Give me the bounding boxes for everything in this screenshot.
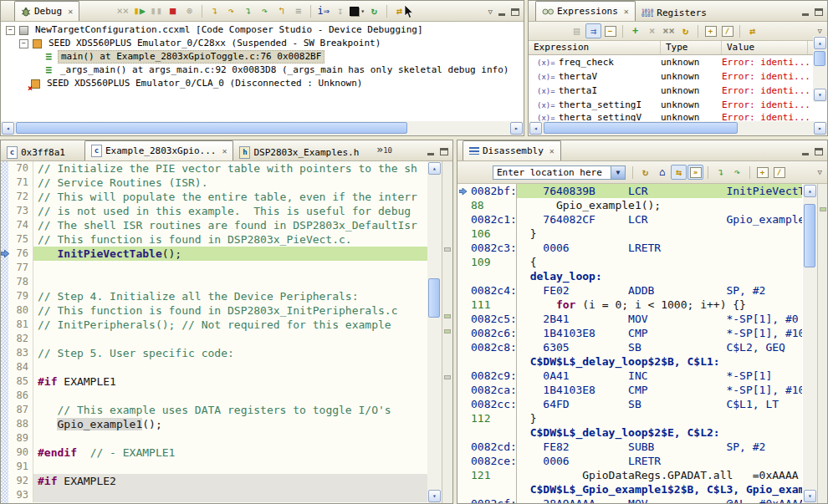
maximize-icon[interactable] bbox=[815, 8, 823, 16]
refresh-all-icon[interactable]: ⇄ bbox=[744, 23, 760, 38]
remove-expression-icon[interactable]: × bbox=[644, 23, 660, 38]
editor-line[interactable]: 71// Service Routines (ISR). bbox=[8, 176, 427, 190]
editor-line[interactable]: 92#if EXAMPLE2 bbox=[8, 474, 427, 488]
tab-editor-0x3ff8a1[interactable]: c 0x3ff8a1 bbox=[1, 144, 84, 160]
minimize-icon[interactable] bbox=[427, 148, 435, 155]
assembly-step-over-icon[interactable]: ↷ bbox=[257, 3, 273, 18]
disassembly-row[interactable]: 112 } bbox=[457, 411, 802, 425]
instruction-stepping-mode-icon[interactable]: ≡ bbox=[290, 3, 306, 18]
minimize-icon[interactable] bbox=[498, 8, 506, 16]
pin-rendering-window-icon[interactable]: ∕ bbox=[771, 165, 787, 180]
close-icon[interactable]: ✕ bbox=[549, 146, 555, 155]
tab-debug[interactable]: Debug ✕ bbox=[14, 1, 79, 21]
location-input[interactable] bbox=[493, 165, 611, 180]
drop-to-frame-icon[interactable]: ↧ bbox=[332, 3, 348, 18]
debug-tree-row[interactable]: −NewTargetConfiguration.ccxml [Code Comp… bbox=[1, 23, 524, 37]
editor-gutter[interactable] bbox=[1, 161, 8, 503]
expression-row[interactable]: (x)=therta_settingIunknownError: identi.… bbox=[529, 98, 813, 112]
maximize-icon[interactable] bbox=[440, 148, 448, 155]
disassembly-row[interactable]: C$DW$L$_Gpio_example1$2$B, C$L3, Gpio_ex… bbox=[457, 482, 802, 496]
restart-icon[interactable]: ↻ bbox=[366, 3, 382, 18]
minimize-icon[interactable] bbox=[801, 8, 810, 16]
editor-line[interactable]: 81// InitPeripherals(); // Not required … bbox=[8, 318, 427, 332]
editor-line[interactable]: 78 bbox=[8, 275, 427, 289]
close-icon[interactable]: ✕ bbox=[222, 146, 227, 155]
editor-line[interactable]: 88 Gpio_example1(); bbox=[8, 417, 427, 431]
disassembly-row[interactable]: 0082cd: FE82 SUBB SP, #2 bbox=[457, 440, 802, 454]
expression-row[interactable]: (x)=freq_checkunknownError: identi... bbox=[529, 55, 813, 69]
show-type-names-icon[interactable]: ▤ bbox=[569, 23, 585, 38]
disassembly-row[interactable]: 0082ce: 0006 LRETR bbox=[457, 454, 802, 468]
disassembly-row[interactable]: delay_loop: bbox=[457, 269, 802, 283]
add-expression-icon[interactable]: + bbox=[627, 23, 643, 38]
step-into-selection-icon[interactable]: i⇒ bbox=[315, 3, 331, 18]
home-icon[interactable]: ⌂ bbox=[654, 165, 670, 180]
disassembly-row[interactable]: 0082c8: 6305 SB C$L2, GEQ bbox=[457, 340, 802, 354]
collapse-all-icon[interactable]: − bbox=[602, 23, 618, 38]
processor-chip-icon[interactable]: ▾ bbox=[349, 3, 365, 18]
disassembly-row[interactable]: 0082cf: 28A9AAAA MOV @AL, #0xAAAA bbox=[457, 496, 802, 503]
editor-line[interactable]: 79// Step 4. Initialize all the Device P… bbox=[8, 289, 427, 303]
disassembly-row[interactable]: 0082c6: 1B4103E8 CMP *-SP[1], #1000 bbox=[457, 326, 802, 340]
scroll-thumb[interactable] bbox=[428, 278, 440, 318]
disassembly-row[interactable]: 121 GpioDataRegs.GPADAT.all =0xAAAA bbox=[457, 468, 802, 482]
disassembly-row[interactable]: 0082c4: FE02 ADDB SP, #2 bbox=[457, 283, 802, 298]
assembly-step-into-icon[interactable]: ↴ bbox=[713, 165, 728, 180]
step-return-icon[interactable]: ↰ bbox=[273, 3, 289, 18]
step-into-icon[interactable]: ↴ bbox=[207, 3, 222, 18]
disassembly-row[interactable]: 0082ca: 1B4103E8 CMP *-SP[1], #1000 bbox=[457, 383, 802, 397]
suspend-icon[interactable]: ▮▮ bbox=[148, 3, 164, 18]
view-menu-icon[interactable]: ▽ bbox=[818, 168, 827, 176]
scroll-thumb[interactable] bbox=[16, 122, 407, 134]
scroll-down-icon[interactable]: ▾ bbox=[428, 490, 441, 502]
close-icon[interactable]: ✕ bbox=[624, 7, 629, 16]
editor-line[interactable]: 80// This function is found in DSP2803x_… bbox=[8, 303, 427, 318]
tree-expander-icon[interactable]: − bbox=[19, 39, 28, 48]
editor-line[interactable]: 82 bbox=[8, 332, 427, 346]
disassembly-row[interactable]: 0082c5: 2B41 MOV *-SP[1], #0 bbox=[457, 312, 802, 326]
remove-all-terminated-icon[interactable]: ×× bbox=[115, 3, 130, 18]
editor-line[interactable]: 85#if EXAMPLE1 bbox=[8, 374, 427, 389]
combo-dropdown-icon[interactable]: ▼ bbox=[611, 165, 626, 180]
scroll-right-icon[interactable]: ▸ bbox=[510, 122, 523, 135]
debug-tree-row[interactable]: ≡_args_main() at args_main.c:92 0x0083D8… bbox=[1, 64, 524, 77]
editor-line[interactable]: 72// This will populate the entire table… bbox=[8, 190, 427, 204]
disassembly-row[interactable]: 109 { bbox=[457, 255, 802, 269]
terminate-icon[interactable]: ■ bbox=[165, 3, 181, 18]
editor-line[interactable]: 73// is not used in this example. This i… bbox=[8, 204, 427, 218]
editor-line[interactable]: 93 bbox=[8, 488, 427, 502]
debug-tree-row[interactable]: ≡main() at Example_2803xGpioToggle.c:76 … bbox=[1, 50, 524, 64]
refresh-view-icon[interactable]: ↻ bbox=[637, 165, 653, 180]
disassembly-row[interactable]: 88 Gpio_example1(); bbox=[457, 198, 802, 212]
expression-row[interactable]: (x)=therta_settingVunknownError: identi.… bbox=[529, 112, 813, 121]
step-over-icon[interactable]: ↷ bbox=[223, 3, 239, 18]
debug-horizontal-scrollbar[interactable]: ◂ ▸ bbox=[1, 121, 524, 135]
assembly-step-into-icon[interactable]: ↴ bbox=[240, 3, 256, 18]
editor-line[interactable]: 90#endif // - EXAMPLE1 bbox=[8, 445, 427, 460]
editor-line[interactable]: 75// This function is found in DSP2803x_… bbox=[8, 232, 427, 247]
pin-rendering-window-icon[interactable]: ∕ bbox=[719, 23, 735, 38]
disconnect-icon[interactable]: ⊗ bbox=[181, 3, 197, 18]
editor-line[interactable]: 70// Initialize the PIE vector table wit… bbox=[8, 161, 427, 176]
expressions-horizontal-scrollbar[interactable]: ◂ ▸ bbox=[529, 121, 827, 135]
maximize-icon[interactable] bbox=[815, 148, 823, 155]
tab-editor-example-2803xgpio[interactable]: c Example_2803xGpio... ✕ bbox=[84, 140, 233, 160]
maximize-icon[interactable] bbox=[511, 8, 519, 16]
scroll-thumb[interactable] bbox=[804, 204, 815, 267]
more-tabs-button[interactable]: »10 bbox=[376, 143, 392, 160]
disassembly-row[interactable]: 0082bf: 7640839B LCR InitPieVectTable bbox=[457, 184, 802, 198]
disassembly-row[interactable]: 0082c9: 0A41 INC *-SP[1] bbox=[457, 369, 802, 383]
editor-line[interactable]: 74// The shell ISR routines are found in… bbox=[8, 218, 427, 232]
disassembly-row[interactable]: C$DW$L$_delay_loop$2$B, C$L1: bbox=[457, 354, 802, 369]
scroll-up-icon[interactable]: ▴ bbox=[804, 185, 816, 197]
expression-row[interactable]: (x)=thertaIunknownError: identi... bbox=[529, 84, 813, 98]
editor-line[interactable]: 83// Step 5. User specific code: bbox=[8, 346, 427, 360]
assembly-step-over-icon[interactable]: ↷ bbox=[729, 165, 745, 180]
minimize-icon[interactable] bbox=[801, 148, 810, 155]
view-menu-icon[interactable]: ▽ bbox=[488, 8, 493, 16]
disassembly-vertical-scrollbar[interactable]: ▴ ▾ bbox=[803, 184, 817, 503]
debug-tree-row[interactable]: −SEED XDS560PLUS Emulator_0/C28xx (Suspe… bbox=[1, 37, 524, 50]
scroll-thumb[interactable] bbox=[814, 51, 825, 66]
editor-overview-ruler[interactable] bbox=[442, 161, 452, 503]
scroll-down-icon[interactable]: ▾ bbox=[814, 89, 826, 101]
